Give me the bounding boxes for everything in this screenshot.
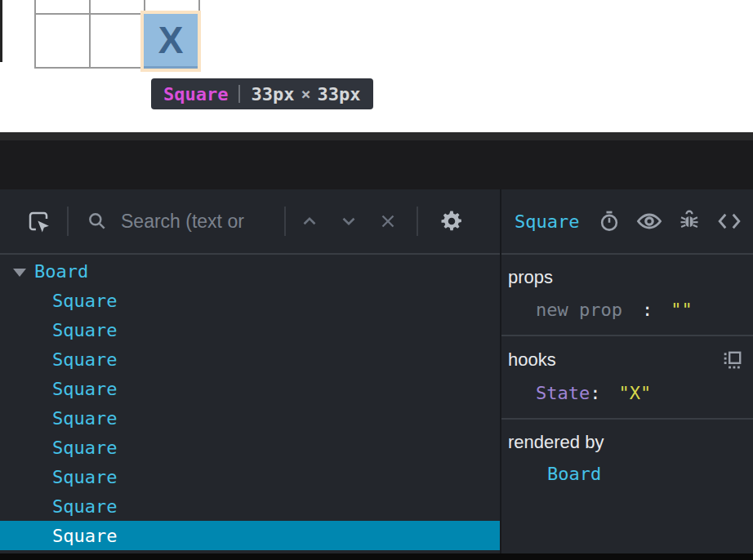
props-heading: props: [508, 268, 553, 287]
tree-item-label: Square: [52, 320, 117, 340]
chevron-down-icon[interactable]: [338, 211, 359, 232]
prop-value-input[interactable]: "": [671, 300, 693, 320]
inspector-actions: [598, 210, 753, 233]
state-hook-label[interactable]: State: [536, 383, 590, 403]
hooks-heading: hooks: [508, 350, 556, 370]
tooltip-component-name: Square: [163, 84, 228, 104]
tooltip-width: 33px: [251, 84, 294, 104]
tree-item-square[interactable]: Square: [0, 315, 500, 344]
tree-item-label: Square: [52, 291, 117, 311]
page-viewport: X Square 33px × 33px: [0, 0, 753, 132]
tree-item-label: Square: [52, 349, 117, 370]
tree-item-square[interactable]: Square: [0, 491, 500, 521]
colon: :: [642, 300, 653, 320]
window-edge: [0, 0, 2, 62]
new-prop-input[interactable]: new prop: [536, 300, 622, 320]
tooltip-times: ×: [301, 84, 310, 104]
state-value-input[interactable]: "X": [618, 383, 651, 403]
tooltip-divider: [238, 85, 240, 103]
hooks-section: hooks State:"X": [501, 336, 753, 420]
code-brackets-icon[interactable]: [716, 211, 742, 232]
rendered-by-heading: rendered by: [508, 433, 604, 452]
component-tree: Board Square Square Square Square Square…: [0, 255, 500, 550]
tree-item-square[interactable]: Square: [0, 344, 500, 374]
inspect-element-icon[interactable]: [26, 209, 51, 233]
tree-item-label: Square: [52, 496, 117, 517]
chevron-up-icon[interactable]: [299, 211, 320, 232]
toolbar-separator: [284, 207, 286, 236]
tree-toolbar: [0, 189, 500, 255]
search-input[interactable]: [121, 211, 284, 233]
tree-item-square-selected[interactable]: Square: [0, 521, 500, 550]
colon: :: [590, 383, 600, 403]
inspect-highlight-padding: X: [140, 11, 201, 72]
grid-line: [89, 0, 91, 69]
expand-caret-icon[interactable]: [13, 269, 26, 277]
tree-item-label: Square: [52, 379, 117, 399]
search-icon: [87, 211, 108, 232]
parse-hooks-icon[interactable]: [722, 349, 743, 371]
grid-line: [34, 0, 36, 69]
inspected-component-title: Square: [515, 211, 579, 232]
rendered-by-board-link[interactable]: Board: [547, 464, 753, 484]
window-bottom-edge: [0, 553, 753, 560]
react-devtools-panel: Board Square Square Square Square Square…: [0, 189, 753, 553]
tree-item-square[interactable]: Square: [0, 374, 500, 403]
rendered-by-section: rendered by Board: [501, 420, 753, 497]
tree-item-square[interactable]: Square: [0, 286, 500, 315]
clear-icon[interactable]: [377, 211, 399, 232]
inspector-toolbar: Square: [501, 189, 753, 255]
bug-icon[interactable]: [678, 210, 701, 233]
inspect-tooltip: Square 33px × 33px: [151, 78, 373, 109]
tree-item-square[interactable]: Square: [0, 433, 500, 462]
props-section: props new prop:"": [501, 255, 753, 336]
tree-item-board[interactable]: Board: [0, 256, 500, 286]
inspected-element-panel: Square: [500, 189, 753, 553]
tree-item-label: Square: [52, 467, 117, 487]
tree-item-square[interactable]: Square: [0, 462, 500, 491]
toolbar-separator: [417, 207, 418, 236]
stopwatch-icon[interactable]: [598, 210, 621, 233]
tooltip-height: 33px: [318, 84, 361, 104]
tree-item-label: Square: [52, 408, 117, 429]
tree-item-square[interactable]: Square: [0, 403, 500, 433]
tree-item-label: Board: [34, 261, 88, 282]
toolbar-separator: [67, 207, 69, 236]
square-cell[interactable]: X: [144, 14, 198, 69]
eye-icon[interactable]: [636, 210, 662, 233]
tree-item-label: Square: [52, 438, 117, 458]
tree-item-label: Square: [52, 526, 117, 546]
gear-icon[interactable]: [439, 209, 464, 233]
components-tree-panel: Board Square Square Square Square Square…: [0, 189, 500, 553]
devtools-tabbar: Console 0 Problems 0 React DevTools 0: [0, 132, 753, 189]
